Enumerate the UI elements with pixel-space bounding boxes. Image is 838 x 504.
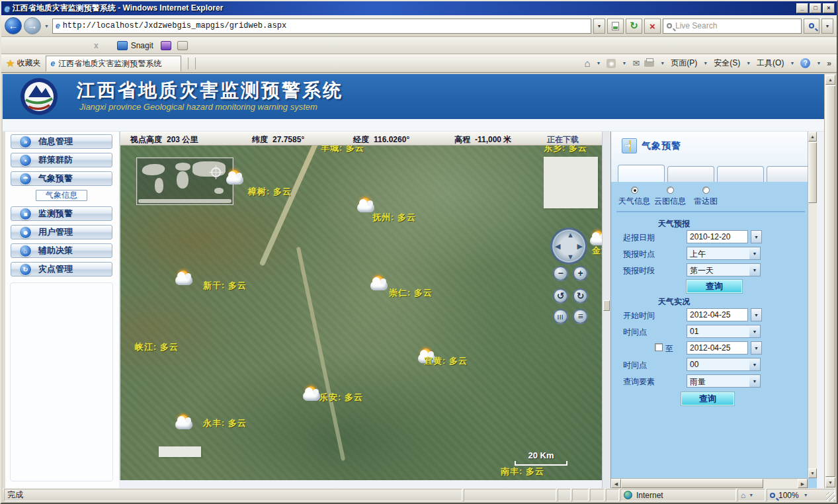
radio-icon[interactable] [667,187,674,194]
weather-type-option[interactable]: 云图信息 [652,187,688,207]
sidebar-item[interactable]: » 信息管理 [11,134,112,149]
menu-item[interactable] [32,43,45,48]
zoom-pane[interactable]: 100% ▼ [767,489,835,501]
actual-query-button[interactable]: 查询 [681,392,734,405]
splitter-thumb[interactable] [603,300,610,311]
compatibility-view-button[interactable] [607,19,624,34]
search-options-button[interactable]: ▼ [821,19,833,34]
search-input[interactable]: Live Search [663,19,802,34]
weather-type-option[interactable]: 雷达图 [688,187,724,207]
map-pan-compass[interactable]: ▲ ▼ ◀ ▶ [550,228,587,265]
menu-item[interactable] [58,43,71,48]
forecast-query-button[interactable]: 查询 [687,280,742,293]
dropdown-arrow-button[interactable]: ▼ [749,325,761,338]
print-icon[interactable] [644,60,654,67]
form-field-value[interactable]: 上午 [687,247,750,260]
scrollbar-thumb[interactable] [621,479,763,488]
minimize-button[interactable]: _ [796,3,808,13]
scroll-left-icon[interactable]: ◀ [611,479,621,488]
home-icon[interactable]: ⌂ [584,58,590,69]
layers-button[interactable]: ≡ [573,309,588,324]
map-canvas[interactable]: 丰城: 多云 东乡: 多云 樟树: 多云 [120,146,602,480]
zone-dropdown-icon[interactable]: ▼ [747,493,755,497]
menu-item[interactable] [71,43,85,48]
sidebar-item[interactable]: 气象信息 [36,190,87,201]
tilt-button[interactable]: ||| [553,309,568,324]
sidebar-item[interactable]: ⌂ 辅助决策 [11,243,112,258]
sidebar-item[interactable]: ■ 监测预警 [11,206,112,221]
url-dropdown-button[interactable]: ▼ [593,19,605,34]
scroll-right-icon[interactable]: ▶ [798,479,808,488]
history-dropdown-icon[interactable]: ▼ [43,24,50,28]
panel-vertical-scrollbar[interactable]: ▲ ▼ [808,132,817,478]
zoom-dropdown-icon[interactable]: ▼ [802,493,810,497]
sidebar-item[interactable]: ☂ 气象预警 [11,171,112,186]
form-field-value[interactable]: 01 [687,325,750,338]
dropdown-arrow-button[interactable]: ▼ [749,358,761,371]
home-dropdown-icon[interactable]: ▼ [595,61,603,65]
menu-item[interactable] [19,43,32,48]
overview-world-map[interactable] [136,157,233,205]
panel-tab[interactable] [767,166,808,182]
tools-menu-button[interactable]: 工具(O) [757,58,784,69]
maximize-button[interactable]: □ [810,3,821,13]
url-field[interactable]: e http://localhost/Jxdzwebgis_mapgis/gri… [52,19,591,34]
favorites-button[interactable]: 收藏夹 [17,58,40,69]
page-menu-button[interactable]: 页面(P) [671,58,697,69]
scroll-up-icon[interactable]: ▲ [825,75,835,85]
dropdown-arrow-button[interactable]: ▼ [751,341,762,355]
dropdown-arrow-button[interactable]: ▼ [751,308,762,321]
back-button[interactable]: ← [5,17,22,34]
rotate-cw-button[interactable]: ↻ [573,288,588,304]
forward-button[interactable]: → [24,17,41,34]
scrollbar-track[interactable] [763,479,798,488]
feeds-dropdown-icon[interactable]: ▼ [620,61,628,65]
feeds-icon[interactable]: ◉ [607,59,616,68]
more-commands-chevron[interactable]: » [827,59,831,68]
sidebar-item[interactable]: ↻ 灾点管理 [11,262,112,276]
scroll-up-icon[interactable]: ▲ [808,132,817,142]
page-tab[interactable]: e 江西省地质灾害监测预警系统 [46,56,181,71]
page-vertical-scrollbar[interactable]: ▲ ▼ [824,74,835,488]
form-field-value[interactable]: 2010-12-20 [687,230,748,243]
pan-up-icon[interactable]: ▲ [567,231,574,239]
scrollbar-thumb[interactable] [825,85,835,477]
sidebar-item[interactable]: ▪ 群策群防 [11,153,112,167]
rotate-ccw-button[interactable]: ↺ [553,288,568,304]
mail-icon[interactable]: ✉ [632,58,640,68]
protected-mode-pane[interactable]: ⌂ ▼ [737,489,765,501]
resize-grip[interactable] [826,492,835,501]
pan-left-icon[interactable]: ◀ [555,243,560,250]
panel-tab[interactable] [667,166,714,182]
pan-down-icon[interactable]: ▼ [567,253,574,261]
stop-button[interactable]: × [644,19,661,34]
snagit-capture-icon[interactable] [161,41,171,50]
print-dropdown-icon[interactable]: ▼ [659,61,666,65]
panel-tab[interactable] [618,165,665,182]
zoom-in-button[interactable]: + [573,266,588,281]
map-panel-splitter[interactable] [602,132,610,488]
dropdown-arrow-button[interactable]: ▼ [749,374,761,388]
radio-icon[interactable] [631,187,638,194]
favorites-star-icon[interactable]: ★ [6,58,15,69]
security-menu-button[interactable]: 安全(S) [714,58,740,69]
dropdown-arrow-button[interactable]: ▼ [749,247,761,260]
toolbar-close-x[interactable]: x [85,41,108,50]
snagit-button[interactable]: Snagit [131,41,153,50]
scrollbar-thumb[interactable] [808,142,817,203]
form-field-value[interactable]: 00 [687,358,750,371]
radio-icon[interactable] [702,187,710,194]
snagit-edit-icon[interactable] [177,41,188,50]
form-field-value[interactable]: 第一天 [687,263,750,276]
menu-item[interactable] [5,43,19,48]
form-field-value[interactable]: 雨量 [687,374,750,388]
form-field-value[interactable]: 2012-04-25 [687,308,748,321]
sidebar-item[interactable]: ☻ 用户管理 [11,225,112,239]
refresh-button[interactable]: ↻ [626,19,642,34]
scroll-down-icon[interactable]: ▼ [808,468,817,478]
menu-item[interactable] [45,43,58,48]
weather-type-option[interactable]: 天气信息 [616,187,652,207]
scroll-down-icon[interactable]: ▼ [825,478,835,487]
pan-right-icon[interactable]: ▶ [577,243,583,250]
close-button[interactable]: × [823,3,835,13]
